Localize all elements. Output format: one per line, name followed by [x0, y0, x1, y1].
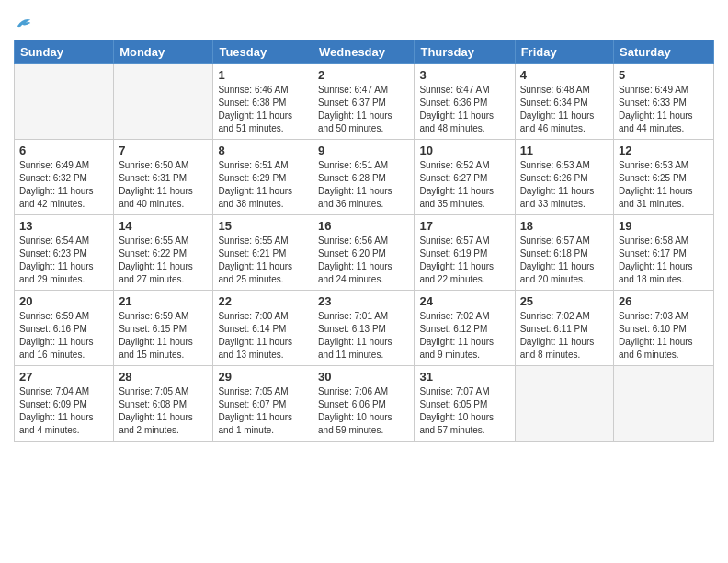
day-number: 3	[419, 68, 509, 82]
calendar-cell	[614, 365, 714, 441]
cell-content: Sunrise: 6:59 AMSunset: 6:15 PMDaylight:…	[119, 310, 208, 362]
cell-content: Sunrise: 7:05 AMSunset: 6:07 PMDaylight:…	[218, 385, 308, 437]
calendar-cell: 7Sunrise: 6:50 AMSunset: 6:31 PMDaylight…	[114, 139, 213, 214]
calendar-cell: 19Sunrise: 6:58 AMSunset: 6:17 PMDayligh…	[614, 214, 714, 290]
cell-content: Sunrise: 6:47 AMSunset: 6:37 PMDaylight:…	[318, 84, 409, 135]
calendar-cell: 17Sunrise: 6:57 AMSunset: 6:19 PMDayligh…	[415, 214, 515, 290]
calendar-cell	[114, 63, 213, 139]
cell-content: Sunrise: 7:02 AMSunset: 6:11 PMDaylight:…	[520, 310, 609, 362]
calendar-week-2: 13Sunrise: 6:54 AMSunset: 6:23 PMDayligh…	[15, 214, 714, 290]
calendar-cell: 15Sunrise: 6:55 AMSunset: 6:21 PMDayligh…	[213, 214, 313, 290]
calendar-cell: 12Sunrise: 6:53 AMSunset: 6:25 PMDayligh…	[614, 139, 714, 214]
weekday-header-friday: Friday	[515, 40, 613, 63]
calendar-cell	[515, 365, 613, 441]
day-number: 9	[318, 144, 409, 157]
day-number: 25	[520, 294, 609, 308]
cell-content: Sunrise: 6:58 AMSunset: 6:17 PMDaylight:…	[619, 235, 709, 286]
logo-bird-icon	[16, 15, 32, 31]
calendar-table: SundayMondayTuesdayWednesdayThursdayFrid…	[14, 40, 714, 442]
day-number: 8	[218, 144, 308, 157]
day-number: 7	[119, 144, 208, 157]
weekday-header-monday: Monday	[114, 40, 213, 63]
day-number: 4	[520, 68, 609, 82]
calendar-cell: 24Sunrise: 7:02 AMSunset: 6:12 PMDayligh…	[415, 290, 515, 365]
cell-content: Sunrise: 7:05 AMSunset: 6:08 PMDaylight:…	[119, 385, 208, 437]
calendar-cell: 22Sunrise: 7:00 AMSunset: 6:14 PMDayligh…	[213, 290, 313, 365]
day-number: 11	[520, 144, 609, 157]
cell-content: Sunrise: 6:57 AMSunset: 6:19 PMDaylight:…	[419, 235, 509, 286]
calendar-cell: 14Sunrise: 6:55 AMSunset: 6:22 PMDayligh…	[114, 214, 213, 290]
header	[14, 9, 714, 32]
cell-content: Sunrise: 7:06 AMSunset: 6:06 PMDaylight:…	[318, 385, 409, 437]
day-number: 14	[119, 219, 208, 233]
day-number: 23	[318, 294, 409, 308]
calendar-cell: 18Sunrise: 6:57 AMSunset: 6:18 PMDayligh…	[515, 214, 613, 290]
calendar-cell: 5Sunrise: 6:49 AMSunset: 6:33 PMDaylight…	[614, 63, 714, 139]
day-number: 1	[218, 68, 308, 82]
day-number: 26	[619, 294, 709, 308]
logo-area	[14, 9, 32, 32]
day-number: 13	[19, 219, 108, 233]
cell-content: Sunrise: 6:54 AMSunset: 6:23 PMDaylight:…	[19, 235, 108, 286]
cell-content: Sunrise: 6:56 AMSunset: 6:20 PMDaylight:…	[318, 235, 409, 286]
day-number: 31	[419, 370, 509, 384]
cell-content: Sunrise: 6:55 AMSunset: 6:21 PMDaylight:…	[218, 235, 308, 286]
calendar-cell: 25Sunrise: 7:02 AMSunset: 6:11 PMDayligh…	[515, 290, 613, 365]
calendar-week-0: 1Sunrise: 6:46 AMSunset: 6:38 PMDaylight…	[15, 63, 714, 139]
cell-content: Sunrise: 7:03 AMSunset: 6:10 PMDaylight:…	[619, 310, 709, 362]
day-number: 12	[619, 144, 709, 157]
weekday-header-tuesday: Tuesday	[213, 40, 313, 63]
calendar-cell	[15, 63, 114, 139]
cell-content: Sunrise: 6:51 AMSunset: 6:29 PMDaylight:…	[218, 159, 308, 211]
calendar-cell: 29Sunrise: 7:05 AMSunset: 6:07 PMDayligh…	[213, 365, 313, 441]
day-number: 6	[19, 144, 108, 157]
calendar-cell: 23Sunrise: 7:01 AMSunset: 6:13 PMDayligh…	[313, 290, 415, 365]
weekday-header-wednesday: Wednesday	[313, 40, 415, 63]
calendar-cell: 30Sunrise: 7:06 AMSunset: 6:06 PMDayligh…	[313, 365, 415, 441]
day-number: 24	[419, 294, 509, 308]
cell-content: Sunrise: 6:48 AMSunset: 6:34 PMDaylight:…	[520, 84, 609, 135]
cell-content: Sunrise: 6:52 AMSunset: 6:27 PMDaylight:…	[419, 159, 509, 211]
day-number: 27	[19, 370, 108, 384]
calendar-cell: 8Sunrise: 6:51 AMSunset: 6:29 PMDaylight…	[213, 139, 313, 214]
calendar-cell: 27Sunrise: 7:04 AMSunset: 6:09 PMDayligh…	[15, 365, 114, 441]
calendar-cell: 9Sunrise: 6:51 AMSunset: 6:28 PMDaylight…	[313, 139, 415, 214]
day-number: 29	[218, 370, 308, 384]
cell-content: Sunrise: 7:02 AMSunset: 6:12 PMDaylight:…	[419, 310, 509, 362]
calendar-cell: 1Sunrise: 6:46 AMSunset: 6:38 PMDaylight…	[213, 63, 313, 139]
day-number: 20	[19, 294, 108, 308]
cell-content: Sunrise: 6:55 AMSunset: 6:22 PMDaylight:…	[119, 235, 208, 286]
cell-content: Sunrise: 6:57 AMSunset: 6:18 PMDaylight:…	[520, 235, 609, 286]
day-number: 18	[520, 219, 609, 233]
cell-content: Sunrise: 6:53 AMSunset: 6:26 PMDaylight:…	[520, 159, 609, 211]
calendar-cell: 26Sunrise: 7:03 AMSunset: 6:10 PMDayligh…	[614, 290, 714, 365]
calendar-cell: 28Sunrise: 7:05 AMSunset: 6:08 PMDayligh…	[114, 365, 213, 441]
day-number: 30	[318, 370, 409, 384]
cell-content: Sunrise: 6:49 AMSunset: 6:33 PMDaylight:…	[619, 84, 709, 135]
cell-content: Sunrise: 6:50 AMSunset: 6:31 PMDaylight:…	[119, 159, 208, 211]
weekday-header-saturday: Saturday	[614, 40, 714, 63]
cell-content: Sunrise: 6:53 AMSunset: 6:25 PMDaylight:…	[619, 159, 709, 211]
cell-content: Sunrise: 7:00 AMSunset: 6:14 PMDaylight:…	[218, 310, 308, 362]
calendar-week-1: 6Sunrise: 6:49 AMSunset: 6:32 PMDaylight…	[15, 139, 714, 214]
day-number: 15	[218, 219, 308, 233]
day-number: 21	[119, 294, 208, 308]
calendar-cell: 4Sunrise: 6:48 AMSunset: 6:34 PMDaylight…	[515, 63, 613, 139]
weekday-header-thursday: Thursday	[415, 40, 515, 63]
calendar-week-3: 20Sunrise: 6:59 AMSunset: 6:16 PMDayligh…	[15, 290, 714, 365]
calendar-cell: 2Sunrise: 6:47 AMSunset: 6:37 PMDaylight…	[313, 63, 415, 139]
day-number: 16	[318, 219, 409, 233]
calendar-week-4: 27Sunrise: 7:04 AMSunset: 6:09 PMDayligh…	[15, 365, 714, 441]
calendar-header-row: SundayMondayTuesdayWednesdayThursdayFrid…	[15, 40, 714, 63]
cell-content: Sunrise: 6:46 AMSunset: 6:38 PMDaylight:…	[218, 84, 308, 135]
cell-content: Sunrise: 6:47 AMSunset: 6:36 PMDaylight:…	[419, 84, 509, 135]
cell-content: Sunrise: 6:59 AMSunset: 6:16 PMDaylight:…	[19, 310, 108, 362]
calendar-cell: 13Sunrise: 6:54 AMSunset: 6:23 PMDayligh…	[15, 214, 114, 290]
calendar-cell: 21Sunrise: 6:59 AMSunset: 6:15 PMDayligh…	[114, 290, 213, 365]
page: SundayMondayTuesdayWednesdayThursdayFrid…	[0, 0, 728, 563]
calendar-cell: 3Sunrise: 6:47 AMSunset: 6:36 PMDaylight…	[415, 63, 515, 139]
day-number: 22	[218, 294, 308, 308]
cell-content: Sunrise: 7:01 AMSunset: 6:13 PMDaylight:…	[318, 310, 409, 362]
calendar-cell: 11Sunrise: 6:53 AMSunset: 6:26 PMDayligh…	[515, 139, 613, 214]
day-number: 19	[619, 219, 709, 233]
